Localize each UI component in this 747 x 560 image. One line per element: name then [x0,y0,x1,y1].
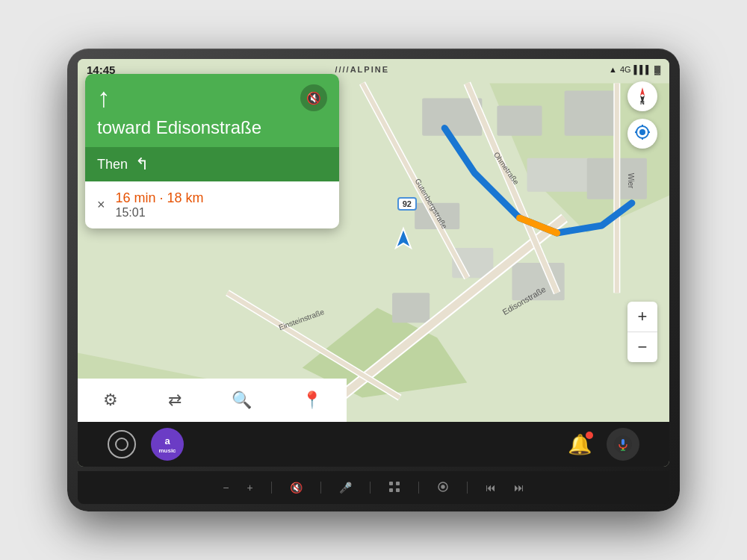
svg-point-33 [639,129,645,135]
svg-marker-29 [396,228,411,248]
location-icon [634,124,651,144]
phys-divider-5 [467,482,468,494]
then-label: Then [97,157,128,172]
then-arrow: ↰ [135,155,149,174]
direction-arrow: ↑ [97,84,111,111]
prev-track-button[interactable]: ⏮ [486,482,496,494]
phys-divider-3 [370,482,371,494]
time-distance: 16 min · 18 km [116,190,204,206]
next-track-button[interactable]: ⏭ [514,482,524,494]
nav-then-panel: Then ↰ [85,147,339,181]
settings-button[interactable]: ⚙ [99,386,123,414]
pin-button[interactable]: 📍 [297,386,326,414]
physical-controls-bar: − + 🔇 🎤 ⏮ ⏭ [78,471,669,504]
vol-down-button[interactable]: − [223,482,229,494]
google-assistant-button[interactable] [607,428,639,461]
map-nav-button[interactable] [437,481,449,495]
svg-marker-30 [640,87,645,96]
home-button[interactable] [108,430,136,458]
svg-point-48 [441,485,444,488]
location-button[interactable] [627,119,657,149]
battery-icon: ▓ [654,65,660,74]
amazon-icon: a [164,435,170,447]
svg-rect-45 [389,488,393,492]
search-button[interactable]: 🔍 [227,386,256,414]
notification-button[interactable]: 🔔 [568,433,592,456]
svg-rect-6 [565,90,617,135]
app-bar-left: a music [108,428,184,461]
phys-divider-1 [271,482,272,494]
compass-button[interactable]: N [627,81,657,111]
mute-icon: 🔇 [306,91,321,105]
nav-controls: ⚙ ⇄ 🔍 📍 [78,379,347,422]
home-button-inner [115,438,128,451]
svg-rect-12 [392,293,430,323]
map-area: Ohmetraße Gutenbergstraße Edisonstraße E… [78,59,669,422]
app-bar-right: 🔔 [568,428,639,461]
phys-divider-2 [320,482,321,494]
amazon-music-button[interactable]: a music [151,428,184,461]
direction-street: toward Edisonstraße [97,117,327,138]
svg-rect-43 [389,482,393,485]
arrival-time: 15:01 [116,206,204,220]
grid-button[interactable] [388,481,400,495]
svg-text:Wier: Wier [627,173,635,189]
zoom-out-button[interactable]: − [627,332,657,362]
routes-button[interactable]: ⇄ [164,386,186,414]
signal-icon: ▲ [609,65,617,74]
svg-rect-5 [497,106,542,136]
notification-badge [586,432,593,439]
google-mic-icon [614,435,632,453]
zoom-in-button[interactable]: + [627,302,657,332]
mute-fav-button[interactable]: 🔇 [290,482,303,494]
mic-button[interactable]: 🎤 [339,482,352,494]
road-badge: 92 [397,197,417,211]
phys-divider-4 [418,482,419,494]
svg-text:N: N [640,99,645,106]
direction-top: ↑ 🔇 [97,84,327,111]
status-icons: ▲ 4G ▌▌▌ ▓ [609,65,660,74]
alpine-logo: ////ALPINE [335,65,389,74]
nav-info-panel: × 16 min · 18 km 15:01 [85,181,339,228]
close-button[interactable]: × [97,197,105,213]
compass-label: N [632,85,653,108]
amazon-music-label: music [158,447,176,454]
mute-button[interactable]: 🔇 [300,84,327,111]
svg-rect-7 [527,158,595,192]
app-bar: a music 🔔 [78,422,669,467]
nav-direction-panel: ↑ 🔇 toward Edisonstraße [85,74,339,147]
nav-panel: ↑ 🔇 toward Edisonstraße Then ↰ × 16 min … [85,74,339,228]
network-icon: ▌▌▌ [634,65,651,74]
screen: Ohmetraße Gutenbergstraße Edisonstraße E… [78,59,669,467]
map-navigator [390,225,417,255]
svg-rect-44 [396,482,400,485]
zoom-controls: + − [627,302,657,362]
device: Ohmetraße Gutenbergstraße Edisonstraße E… [67,49,680,511]
svg-rect-40 [622,439,624,445]
nav-time-dist: 16 min · 18 km 15:01 [116,190,204,220]
vol-up-button[interactable]: + [247,482,253,494]
4g-icon: 4G [620,65,631,74]
svg-rect-46 [396,488,400,492]
